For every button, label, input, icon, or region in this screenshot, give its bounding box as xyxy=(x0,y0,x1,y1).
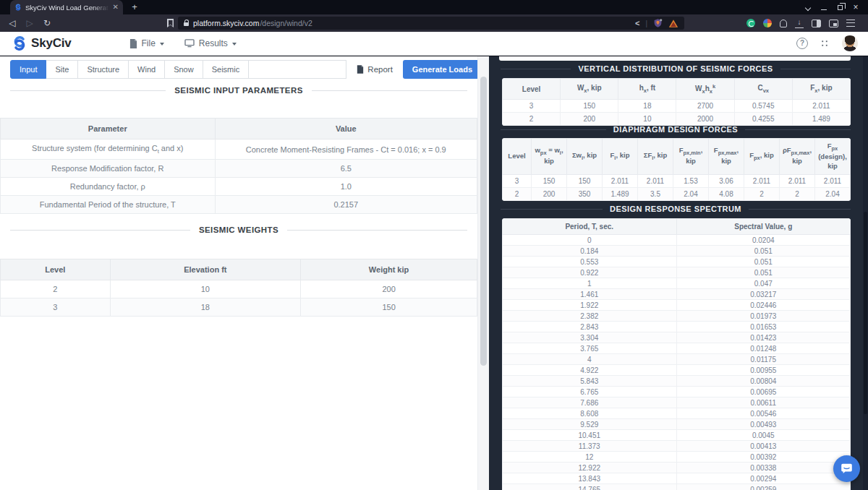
browser-tab[interactable]: SkyCiv Wind Load Generat ✕ xyxy=(10,0,123,14)
browser-titlebar: SkyCiv Wind Load Generat ✕ + × xyxy=(0,0,868,14)
browser-menu-icon[interactable] xyxy=(846,20,855,27)
section-title-text: SEISMIC WEIGHTS xyxy=(199,225,278,234)
table-cell: 2.011 xyxy=(638,174,673,187)
table-cell: 18 xyxy=(618,100,676,113)
table-cell: 6.765 xyxy=(503,387,677,397)
table-cell: 10 xyxy=(110,280,301,298)
table-row: Fundamental Period of the structure, T0.… xyxy=(1,196,477,214)
column-header: ΣFi, kip xyxy=(638,139,673,175)
file-menu[interactable]: File xyxy=(129,38,164,48)
table-cell: 7.686 xyxy=(503,397,677,408)
section-title-vertical-distribution: VERTICAL DISTRIBUTION OF SEISMIC FORCES xyxy=(501,64,851,73)
table-row: 318150 xyxy=(1,298,477,317)
scrollbar-thumb[interactable] xyxy=(864,212,867,414)
back-icon[interactable]: ◁ xyxy=(6,17,19,30)
forward-icon[interactable]: ▷ xyxy=(23,17,36,30)
table-cell: 2 xyxy=(503,187,532,200)
skyciv-logo[interactable]: SkyCiv xyxy=(12,35,72,51)
table-cell: 0.051 xyxy=(676,257,851,267)
table-cell: 5.843 xyxy=(503,376,677,387)
tab-structure[interactable]: Structure xyxy=(78,60,129,79)
avatar[interactable] xyxy=(842,35,858,51)
table-cell: 1.0 xyxy=(215,178,477,196)
apps-grid-icon[interactable] xyxy=(820,39,830,48)
table-cell: 0.0045 xyxy=(676,430,851,441)
tab-snow[interactable]: Snow xyxy=(165,60,203,79)
tab-site[interactable]: Site xyxy=(46,60,78,79)
window-close-icon[interactable]: × xyxy=(848,2,864,12)
colorwheel-extension-icon[interactable] xyxy=(763,19,772,27)
table-cell: 3.765 xyxy=(503,343,677,354)
module-tab-bar: Input Site Structure Wind Snow Seismic R… xyxy=(10,60,477,79)
sidebar-toggle-icon[interactable] xyxy=(812,20,821,27)
table-cell: 3.304 xyxy=(503,332,677,343)
table-cell: 14.765 xyxy=(503,484,677,490)
ghost-extension-icon[interactable] xyxy=(780,20,787,27)
green-extension-icon[interactable] xyxy=(746,19,755,27)
generate-loads-button[interactable]: Generate Loads xyxy=(403,60,477,79)
table-cell: 2.382 xyxy=(503,311,677,322)
chevron-down-icon xyxy=(232,43,237,46)
table-row: 11.3730.00413 xyxy=(503,441,851,452)
chat-icon xyxy=(840,462,854,476)
table-cell: 0.051 xyxy=(676,246,851,257)
shield-extension-icon[interactable] xyxy=(653,18,663,28)
header-right-icons: ? xyxy=(796,35,858,51)
left-panel-scrollbar[interactable] xyxy=(477,56,489,490)
right-panel-scrollbar[interactable] xyxy=(863,56,868,490)
table-row: 6.7650.00695 xyxy=(503,387,851,397)
url-bar[interactable]: platform.skyciv.com /design/wind/v2 < | xyxy=(178,17,684,30)
table-cell: 1.461 xyxy=(503,289,677,300)
table-cell: 0.4255 xyxy=(734,113,792,126)
divider xyxy=(312,90,467,91)
share-icon[interactable]: < xyxy=(635,19,639,27)
browser-tab-title: SkyCiv Wind Load Generat xyxy=(25,4,109,12)
tab-preview-icon[interactable] xyxy=(829,20,838,27)
tab-wind[interactable]: Wind xyxy=(129,60,165,79)
table-cell: 200 xyxy=(532,187,567,200)
tab-seismic[interactable]: Seismic xyxy=(203,60,250,79)
table-cell: 3.06 xyxy=(709,174,744,187)
window-restore-icon[interactable] xyxy=(832,4,848,12)
table-cell: 0.00493 xyxy=(676,419,851,430)
new-tab-button[interactable]: + xyxy=(129,1,140,13)
table-cell: Concrete Moment-Resisting Frames - Ct = … xyxy=(215,139,477,160)
tab-input[interactable]: Input xyxy=(10,60,46,79)
section-title-spectrum: DESIGN RESPONSE SPECTRUM xyxy=(501,205,851,213)
table-cell: 3.5 xyxy=(638,187,673,200)
table-cell: 2000 xyxy=(676,113,734,126)
table-cell: 2.011 xyxy=(815,174,851,187)
triangle-extension-icon[interactable] xyxy=(668,19,678,28)
column-header: Wxhxk xyxy=(676,79,734,100)
report-button[interactable]: Report xyxy=(346,60,403,79)
table-row: 120.00392 xyxy=(503,452,851,463)
results-menu[interactable]: Results xyxy=(184,38,237,48)
bookmark-icon[interactable] xyxy=(167,19,174,27)
window-menu-icon[interactable] xyxy=(800,4,816,12)
skyciv-logo-icon xyxy=(12,35,27,51)
divider xyxy=(501,209,603,210)
table-cell: 1.489 xyxy=(792,113,850,126)
chat-bubble-button[interactable] xyxy=(833,455,860,482)
reload-icon[interactable]: ↻ xyxy=(41,17,54,30)
diaphragm-design-forces-table: Levelwpx = wi, kipΣwi, kipFi, kipΣFi, ki… xyxy=(502,138,851,201)
table-cell: 0.00259 xyxy=(676,484,851,490)
tab-close-icon[interactable]: ✕ xyxy=(113,4,119,11)
help-icon[interactable]: ? xyxy=(796,38,808,49)
table-cell: 0.00294 xyxy=(676,473,851,484)
table-row: 0.9220.051 xyxy=(503,267,851,278)
browser-toolbar: ◁ ▷ ↻ platform.skyciv.com /design/wind/v… xyxy=(0,14,868,32)
table-cell: 150 xyxy=(301,298,477,317)
window-minimize-icon[interactable] xyxy=(816,4,832,12)
section-title-text: SEISMIC INPUT PARAMETERS xyxy=(174,86,302,95)
table-cell: 1.489 xyxy=(603,187,638,200)
diaphragm-card: Levelwpx = wi, kipΣwi, kipFi, kipΣFi, ki… xyxy=(502,138,851,201)
downloads-icon[interactable]: ↓ xyxy=(795,19,804,28)
vertical-distribution-card: LevelWx, kiphx, ftWxhxkCvxFx, kip 315018… xyxy=(502,78,851,126)
table-cell: 2.011 xyxy=(780,174,815,187)
scrollbar-thumb[interactable] xyxy=(480,77,487,366)
seismic-input-parameters-table: ParameterValue Structure system (for det… xyxy=(0,118,477,214)
table-cell: 0.01423 xyxy=(676,332,851,343)
table-cell: 4 xyxy=(503,354,677,365)
column-header: Elevation ft xyxy=(110,259,301,280)
